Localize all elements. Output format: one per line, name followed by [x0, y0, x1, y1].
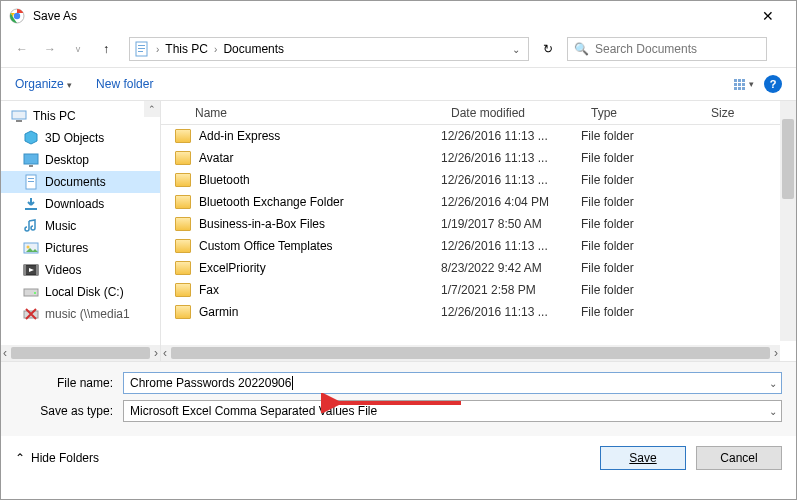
cancel-button[interactable]: Cancel — [696, 446, 782, 470]
view-options-button[interactable]: ▾ — [734, 79, 754, 90]
filename-label: File name: — [15, 376, 123, 390]
refresh-button[interactable]: ↻ — [535, 42, 561, 56]
up-button[interactable]: ↑ — [95, 38, 117, 60]
tree-item-label: Pictures — [45, 241, 88, 255]
tree-item-netx[interactable]: music (\\media1 — [1, 303, 160, 325]
tree-item-disk[interactable]: Local Disk (C:) — [1, 281, 160, 303]
hide-folders-toggle[interactable]: ⌃ Hide Folders — [15, 451, 99, 465]
file-name: Fax — [199, 283, 219, 297]
breadcrumb-root[interactable]: This PC — [165, 42, 208, 56]
chrome-icon — [9, 8, 25, 24]
tree-item-label: Local Disk (C:) — [45, 285, 124, 299]
forward-button[interactable]: → — [39, 38, 61, 60]
file-type: File folder — [581, 217, 701, 231]
tree-item-pc[interactable]: This PC — [1, 105, 160, 127]
svg-rect-7 — [16, 120, 22, 122]
file-name: Bluetooth — [199, 173, 250, 187]
folder-icon — [175, 151, 191, 165]
tree-item-label: Music — [45, 219, 76, 233]
folder-tree[interactable]: ⌃ This PC3D ObjectsDesktopDocumentsDownl… — [1, 101, 161, 361]
file-list[interactable]: Add-in Express12/26/2016 11:13 ...File f… — [161, 125, 796, 323]
horizontal-scrollbar[interactable]: ‹› — [161, 345, 780, 361]
file-row[interactable]: Fax1/7/2021 2:58 PMFile folder — [161, 279, 796, 301]
tree-item-downloads[interactable]: Downloads — [1, 193, 160, 215]
svg-rect-6 — [12, 111, 26, 119]
file-row[interactable]: ExcelPriority8/23/2022 9:42 AMFile folde… — [161, 257, 796, 279]
svg-point-1 — [14, 13, 20, 19]
file-name: Garmin — [199, 305, 238, 319]
nav-bar: ← → v ↑ › This PC › Documents ⌄ ↻ 🔍 Sear… — [1, 31, 796, 67]
address-dropdown[interactable]: ⌄ — [512, 44, 520, 55]
svg-rect-11 — [28, 178, 34, 179]
disk-icon — [23, 284, 39, 300]
file-row[interactable]: Bluetooth12/26/2016 11:13 ...File folder — [161, 169, 796, 191]
tree-item-music[interactable]: Music — [1, 215, 160, 237]
file-row[interactable]: Add-in Express12/26/2016 11:13 ...File f… — [161, 125, 796, 147]
file-name: ExcelPriority — [199, 261, 266, 275]
docs-icon — [23, 174, 39, 190]
search-placeholder: Search Documents — [595, 42, 697, 56]
tree-item-videos[interactable]: Videos — [1, 259, 160, 281]
scroll-up-button[interactable]: ⌃ — [144, 101, 160, 117]
filename-input[interactable]: Chrome Passwords 20220906 ⌄ — [123, 372, 782, 394]
tree-item-desktop[interactable]: Desktop — [1, 149, 160, 171]
svg-rect-17 — [24, 265, 26, 275]
column-type[interactable]: Type — [581, 106, 701, 120]
tree-horizontal-scrollbar[interactable]: ‹› — [1, 345, 160, 361]
folder-icon — [175, 129, 191, 143]
window-title: Save As — [33, 9, 748, 23]
file-name: Custom Office Templates — [199, 239, 333, 253]
file-row[interactable]: Bluetooth Exchange Folder12/26/2016 4:04… — [161, 191, 796, 213]
file-date: 8/23/2022 9:42 AM — [441, 261, 581, 275]
address-bar[interactable]: › This PC › Documents ⌄ — [129, 37, 529, 61]
tree-item-label: This PC — [33, 109, 76, 123]
file-type: File folder — [581, 195, 701, 209]
file-type: File folder — [581, 173, 701, 187]
folder-icon — [175, 261, 191, 275]
bottom-pane: File name: Chrome Passwords 20220906 ⌄ S… — [1, 361, 796, 436]
svg-rect-19 — [24, 289, 38, 296]
organize-menu[interactable]: Organize ▾ — [15, 77, 72, 91]
filename-dropdown[interactable]: ⌄ — [769, 378, 777, 389]
column-headers[interactable]: Name Date modified Type Size — [161, 101, 796, 125]
save-button[interactable]: Save — [600, 446, 686, 470]
file-name: Avatar — [199, 151, 233, 165]
breadcrumb-current[interactable]: Documents — [223, 42, 284, 56]
file-list-pane: Name Date modified Type Size Add-in Expr… — [161, 101, 796, 361]
saveastype-value: Microsoft Excel Comma Separated Values F… — [130, 404, 377, 418]
saveastype-select[interactable]: Microsoft Excel Comma Separated Values F… — [123, 400, 782, 422]
svg-rect-3 — [138, 45, 145, 46]
column-date[interactable]: Date modified — [441, 106, 581, 120]
file-name: Business-in-a-Box Files — [199, 217, 325, 231]
tree-item-3d[interactable]: 3D Objects — [1, 127, 160, 149]
saveastype-dropdown[interactable]: ⌄ — [769, 406, 777, 417]
title-bar: Save As ✕ — [1, 1, 796, 31]
text-caret — [292, 376, 293, 390]
vertical-scrollbar[interactable] — [780, 101, 796, 341]
file-row[interactable]: Custom Office Templates12/26/2016 11:13 … — [161, 235, 796, 257]
recent-dropdown[interactable]: v — [67, 38, 89, 60]
search-icon: 🔍 — [574, 42, 589, 56]
back-button[interactable]: ← — [11, 38, 33, 60]
file-type: File folder — [581, 261, 701, 275]
close-button[interactable]: ✕ — [748, 8, 788, 24]
file-row[interactable]: Garmin12/26/2016 11:13 ...File folder — [161, 301, 796, 323]
tree-item-label: Downloads — [45, 197, 104, 211]
tree-item-label: 3D Objects — [45, 131, 104, 145]
tree-item-docs[interactable]: Documents — [1, 171, 160, 193]
tree-item-pictures[interactable]: Pictures — [1, 237, 160, 259]
music-icon — [23, 218, 39, 234]
column-name[interactable]: Name — [161, 106, 441, 120]
search-input[interactable]: 🔍 Search Documents — [567, 37, 767, 61]
column-size[interactable]: Size — [701, 106, 761, 120]
file-row[interactable]: Business-in-a-Box Files1/19/2017 8:50 AM… — [161, 213, 796, 235]
svg-rect-5 — [138, 51, 143, 52]
new-folder-button[interactable]: New folder — [96, 77, 153, 91]
videos-icon — [23, 262, 39, 278]
svg-rect-18 — [36, 265, 38, 275]
help-button[interactable]: ? — [764, 75, 782, 93]
file-date: 12/26/2016 11:13 ... — [441, 151, 581, 165]
folder-icon — [175, 305, 191, 319]
file-row[interactable]: Avatar12/26/2016 11:13 ...File folder — [161, 147, 796, 169]
folder-icon — [175, 239, 191, 253]
